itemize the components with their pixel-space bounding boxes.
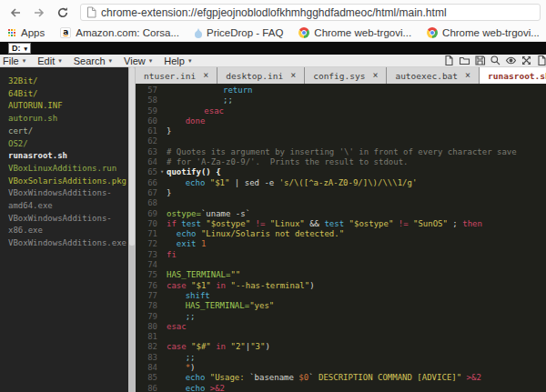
file-item[interactable]: 32Bit/: [8, 75, 128, 88]
code-line-text: done: [167, 116, 546, 126]
code-line: 72 exit 1: [136, 239, 546, 249]
code-line: 60done: [136, 116, 546, 126]
menu-label: File: [3, 55, 19, 66]
code-line-text: shift: [167, 291, 546, 301]
bookmark-label: Amazon.com: Corsa...: [76, 27, 179, 38]
code-token: "yes": [249, 301, 274, 310]
fold-marker: [157, 373, 167, 383]
code-line-text: ;;: [167, 312, 546, 322]
code-line-text: # Quotes its argument by inserting '\' i…: [167, 147, 546, 157]
menu-search[interactable]: Search▾: [74, 55, 112, 66]
tab-close-icon[interactable]: ×: [203, 71, 208, 80]
code-line: 75HAS_TERMINAL="": [136, 270, 546, 280]
fold-marker: [157, 332, 167, 342]
bookmark-item[interactable]: Amazon.com: Corsa...: [60, 27, 179, 38]
file-item[interactable]: OS2/: [8, 138, 128, 151]
reload-button[interactable]: [53, 3, 73, 23]
tab-config.sys[interactable]: config.sys×: [305, 67, 387, 84]
tab-desktop.ini[interactable]: desktop.ini×: [217, 67, 305, 84]
url-bar[interactable]: chrome-extension://efgpjeojnoblodlofkhmh…: [80, 4, 541, 21]
fullscreen-icon[interactable]: [521, 55, 532, 66]
bookmark-item[interactable]: Chrome web-trgovi...: [427, 27, 540, 38]
sidebar-scrollbar[interactable]: [128, 67, 136, 392]
browser-toolbar: chrome-extension://efgpjeojnoblodlofkhmh…: [0, 0, 546, 25]
code-line: 64# for 'A-Za-z0-9/'. Prints the result …: [136, 157, 546, 167]
code-line-text: HAS_TERMINAL="": [167, 270, 546, 280]
scrollbar-thumb[interactable]: [129, 67, 135, 246]
tab-autoexec.bat[interactable]: autoexec.bat×: [387, 67, 480, 84]
forward-button[interactable]: [29, 3, 49, 23]
code-token: "3": [250, 342, 265, 351]
tab-label: desktop.ini: [226, 71, 283, 81]
code-token: "": [230, 270, 240, 279]
file-item[interactable]: VBoxWindowsAdditions.exe: [8, 237, 128, 250]
line-number: 72: [136, 239, 157, 249]
line-number: 84: [136, 363, 157, 373]
code-token: ;: [448, 219, 462, 228]
code-line: 67}: [136, 188, 546, 198]
code-line-text: exit 1: [167, 239, 546, 249]
fold-marker: [157, 250, 167, 260]
code-token: >&2: [461, 373, 481, 382]
code-token: ;;: [223, 95, 233, 105]
menu-file[interactable]: File▾: [3, 55, 25, 66]
file-item[interactable]: AUTORUN.INF: [8, 100, 128, 113]
code-token: test: [324, 219, 349, 228]
tab-ntuser.ini[interactable]: ntuser.ini×: [136, 67, 217, 84]
fold-marker: [157, 353, 167, 363]
code-line: 73fi: [136, 250, 546, 260]
chevron-down-icon: ▾: [188, 57, 192, 65]
code-token: >&2: [210, 384, 225, 392]
file-item[interactable]: VBoxSolarisAdditions.pkg: [8, 176, 128, 188]
page-icon: [86, 6, 96, 18]
bookmark-item[interactable]: PriceDrop - FAQ: [195, 27, 283, 38]
file-item[interactable]: cert/: [8, 126, 128, 138]
fold-marker: [157, 209, 167, 219]
code-line-text: # for 'A-Za-z0-9/'. Prints the result to…: [167, 157, 546, 167]
file-item[interactable]: VBoxWindowsAdditions-x86.exe: [8, 213, 128, 237]
open-folder-icon[interactable]: [459, 55, 470, 66]
code-line-text: HAS_TERMINAL="yes": [167, 301, 546, 311]
file-item-line: VBoxWindowsAdditions.exe: [8, 237, 128, 250]
save-icon[interactable]: [474, 55, 486, 66]
code-line-text: if test "$ostype" != "Linux" && test "$o…: [167, 219, 546, 229]
file-item-line: VBoxSolarisAdditions.pkg: [8, 176, 128, 188]
code-area[interactable]: 57return58;;59esac60done61}6263# Quotes …: [136, 84, 546, 392]
menu-label: Search: [74, 55, 106, 66]
new-file-icon[interactable]: [536, 55, 546, 66]
code-line: 57return: [136, 85, 546, 95]
code-token: echo: [177, 229, 201, 238]
preview-eye-icon[interactable]: [505, 55, 517, 66]
tab-close-icon[interactable]: ×: [372, 71, 378, 80]
code-line-text: [167, 198, 546, 208]
file-item-line: OS2/: [8, 138, 128, 151]
drive-select[interactable]: D: ▾: [8, 43, 31, 54]
tab-runasroot.sh[interactable]: runasroot.sh×: [480, 67, 546, 84]
line-number: 77: [136, 291, 157, 301]
bookmark-item[interactable]: Chrome web-trgovi...: [298, 27, 411, 38]
file-item[interactable]: VBoxWindowsAdditions-amd64.exe: [8, 187, 128, 212]
code-line-text: esac: [167, 106, 546, 116]
code-token: ): [190, 363, 195, 372]
file-item[interactable]: 64Bit/: [8, 88, 128, 101]
tab-close-icon[interactable]: ×: [290, 71, 296, 80]
file-item[interactable]: autorun.sh: [8, 113, 128, 126]
search-icon[interactable]: [490, 55, 501, 66]
fold-marker: [157, 198, 167, 208]
menu-view[interactable]: View▾: [124, 55, 152, 66]
code-line: 74: [136, 260, 546, 270]
menu-edit[interactable]: Edit▾: [37, 55, 61, 66]
tab-close-icon[interactable]: ×: [465, 71, 470, 80]
file-item[interactable]: runasroot.sh: [8, 150, 128, 163]
code-line: 59esac: [136, 106, 546, 116]
menu-help[interactable]: Help▾: [164, 55, 191, 66]
back-button[interactable]: [5, 3, 25, 23]
file-item[interactable]: VBoxLinuxAdditions.run: [8, 163, 128, 176]
editor-pane: ntuser.ini×desktop.ini×config.sys×autoex…: [136, 67, 546, 392]
file-item-line: VBoxWindowsAdditions-: [8, 213, 128, 226]
fold-marker: [157, 281, 167, 291]
bookmark-item[interactable]: Apps: [7, 27, 45, 38]
fold-marker: [157, 85, 167, 95]
line-number: 62: [136, 136, 157, 146]
new-file-icon[interactable]: [443, 55, 455, 66]
